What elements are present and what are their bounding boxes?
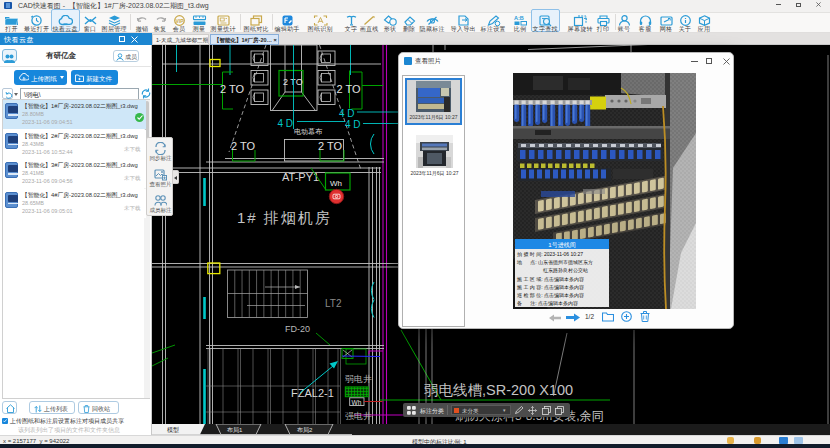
svg-text:4 D: 4 D [345,119,361,130]
svg-text:红东路孙良村公交站: 红东路孙良村公交站 [543,267,588,274]
svg-text:地 点: 山东省德州市德城区东方: 地 点: 山东省德州市德城区东方 [516,259,593,266]
svg-text:模型: 模型 [167,426,179,434]
svg-text:拍 摄 时 间: 2023-11-06 10:27: 拍 摄 时 间: 2023-11-06 10:27 [517,251,583,258]
svg-text:4 D: 4 D [278,118,294,129]
svg-text:1号进线间: 1号进线间 [548,242,575,249]
svg-text:LT2: LT2 [325,298,342,309]
svg-text:2 TO: 2 TO [337,83,361,95]
svg-text:施 工 区 域: 点击编辑本条内容: 施 工 区 域: 点击编辑本条内容 [516,276,584,282]
svg-text:VIP: VIP [175,17,184,23]
svg-text:FZAL2-1: FZAL2-1 [291,387,334,399]
svg-text:强电井: 强电井 [345,411,372,421]
svg-text:施 工 内 容: 点击编辑本条内容: 施 工 内 容: 点击编辑本条内容 [516,284,584,290]
svg-text:弱电线槽,SR-200 X100: 弱电线槽,SR-200 X100 [424,382,573,398]
svg-text:A:B: A:B [514,15,524,21]
svg-text:Wh: Wh [330,179,342,188]
svg-text:2 TO: 2 TO [283,77,303,87]
svg-text:巡 检 部 位: 点击编辑本条内容: 巡 检 部 位: 点击编辑本条内容 [517,292,584,299]
svg-text:2 TO: 2 TO [318,140,342,152]
svg-text:布局2: 布局2 [297,427,313,434]
svg-text:FD-20: FD-20 [285,324,310,334]
svg-text:2 TO: 2 TO [220,83,244,95]
svg-text:2 TO: 2 TO [231,140,255,152]
svg-text:4 D: 4 D [339,108,355,119]
svg-text:1# 排烟机房: 1# 排烟机房 [237,209,332,226]
svg-text:Wh: Wh [352,399,362,406]
svg-text:电动幕布: 电动幕布 [294,128,323,136]
svg-text:AT-PY1: AT-PY1 [282,171,319,183]
svg-text:布局1: 布局1 [227,427,243,434]
svg-text:弱电井: 弱电井 [345,374,372,384]
svg-text:备 注: 点击编辑本条内容: 备 注: 点击编辑本条内容 [517,300,578,306]
